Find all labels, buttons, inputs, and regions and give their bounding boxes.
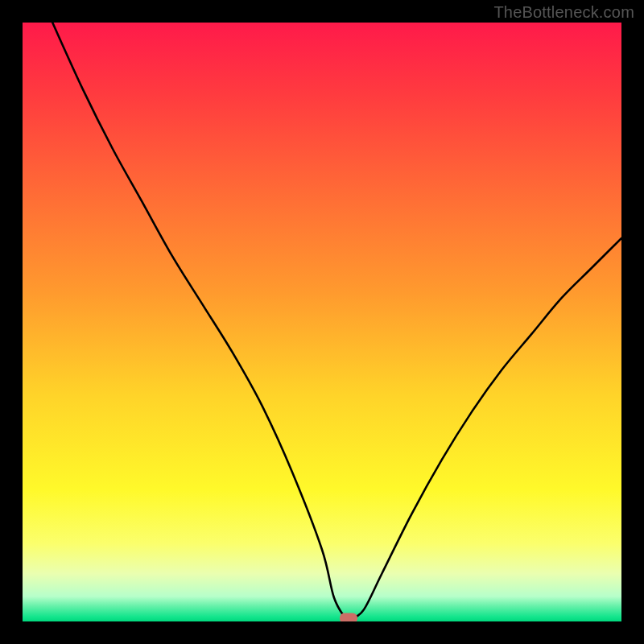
bottleneck-curve-path — [52, 23, 621, 621]
curve-svg — [23, 23, 621, 621]
minimum-marker — [340, 613, 357, 621]
watermark-text: TheBottleneck.com — [493, 3, 634, 22]
plot-area — [23, 23, 621, 621]
